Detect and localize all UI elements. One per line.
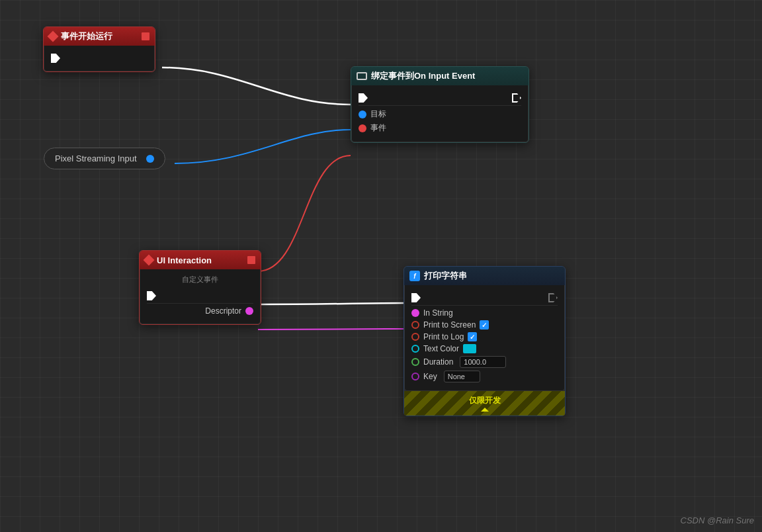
ui-descriptor-label: Descriptor — [205, 306, 241, 316]
event-begin-exec-out — [51, 54, 148, 63]
duration-pin — [411, 358, 419, 366]
ui-interaction-node: UI Interaction 自定义事件 Descriptor — [139, 250, 261, 325]
ui-diamond-icon — [144, 255, 155, 266]
exec-out-pin — [51, 54, 60, 63]
chevron-up-icon — [481, 408, 489, 412]
print-to-screen-row: Print to Screen — [411, 320, 558, 330]
ui-descriptor-pin — [245, 307, 253, 315]
print-string-header: f 打印字符串 — [404, 267, 565, 285]
ui-interaction-body: 自定义事件 Descriptor — [140, 269, 261, 324]
print-in-string-pin — [411, 309, 419, 317]
key-pin — [411, 373, 419, 380]
print-screen-label: Print to Screen — [423, 320, 476, 330]
print-in-string-row: In String — [411, 308, 558, 318]
event-begin-header: 事件开始运行 — [44, 27, 155, 46]
text-color-swatch[interactable] — [463, 344, 476, 353]
print-exec-out — [548, 293, 558, 302]
event-begin-title: 事件开始运行 — [61, 30, 112, 42]
print-exec-in — [411, 293, 421, 302]
bind-event-header: 绑定事件到On Input Event — [351, 67, 529, 85]
bind-exec-out — [512, 93, 521, 103]
print-screen-pin — [411, 321, 419, 329]
print-in-string-label: In String — [423, 308, 453, 318]
ui-descriptor-row: Descriptor — [147, 306, 253, 316]
print-to-log-row: Print to Log — [411, 332, 558, 341]
bind-event-pin-row: 事件 — [359, 122, 521, 134]
watermark: CSDN @Rain Sure — [681, 515, 754, 525]
dev-only-banner: 仅限开发 — [404, 391, 565, 416]
print-screen-checkbox[interactable] — [480, 320, 489, 330]
ui-stop-icon — [247, 256, 255, 264]
print-exec-row — [411, 293, 558, 302]
monitor-icon — [357, 72, 367, 80]
stop-icon — [142, 32, 149, 40]
bind-event-body: 目标 事件 — [351, 85, 529, 142]
bind-event-pin — [359, 124, 366, 132]
ui-exec-out-row — [147, 291, 253, 300]
func-icon: f — [409, 271, 420, 281]
ui-interaction-sub-label: 自定义事件 — [147, 275, 253, 285]
print-log-pin — [411, 333, 419, 341]
event-diamond-icon — [48, 31, 59, 42]
bind-target-pin-row: 目标 — [359, 109, 521, 120]
key-input[interactable] — [444, 371, 480, 382]
bind-event-node: 绑定事件到On Input Event 目标 事件 — [351, 66, 529, 143]
key-label: Key — [423, 372, 437, 381]
watermark-text: CSDN @Rain Sure — [681, 515, 754, 525]
key-row: Key — [411, 371, 558, 382]
print-string-title: 打印字符串 — [424, 270, 467, 282]
duration-row: Duration — [411, 356, 558, 368]
ui-exec-out — [147, 291, 156, 300]
bind-event-title: 绑定事件到On Input Event — [371, 70, 475, 82]
print-log-checkbox[interactable] — [468, 332, 477, 341]
print-log-label: Print to Log — [423, 332, 464, 341]
duration-input[interactable] — [460, 356, 506, 368]
bind-event-exec-row — [359, 93, 521, 103]
duration-label: Duration — [423, 357, 453, 367]
pixel-streaming-node: Pixel Streaming Input — [44, 148, 165, 169]
bind-event-label: 事件 — [370, 122, 386, 134]
event-begin-node: 事件开始运行 — [43, 26, 155, 72]
text-color-row: Text Color — [411, 344, 558, 353]
print-string-body: In String Print to Screen Print to Log T… — [404, 285, 565, 391]
bind-target-pin — [359, 111, 366, 118]
dev-only-label: 仅限开发 — [469, 395, 501, 406]
pixel-streaming-label: Pixel Streaming Input — [55, 154, 137, 163]
ui-interaction-title: UI Interaction — [157, 255, 212, 265]
pixel-streaming-out-pin — [146, 155, 154, 163]
bind-exec-in — [359, 93, 368, 103]
ui-interaction-header: UI Interaction — [140, 251, 261, 269]
event-begin-body — [44, 46, 155, 71]
text-color-pin — [411, 345, 419, 353]
bind-target-label: 目标 — [370, 109, 386, 120]
print-string-node: f 打印字符串 In String Print to Screen Print … — [403, 266, 566, 416]
text-color-label: Text Color — [423, 344, 459, 353]
